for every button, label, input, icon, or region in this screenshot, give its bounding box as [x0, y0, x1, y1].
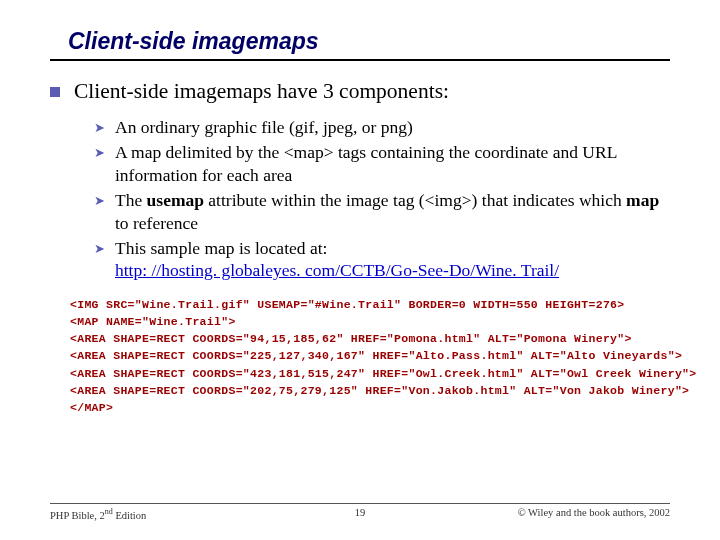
code-line: <IMG SRC="Wine.Trail.gif" USEMAP="#Wine.…: [70, 296, 670, 313]
level1-item: Client-side imagemaps have 3 components:: [50, 79, 670, 104]
slide-title: Client-side imagemaps: [50, 28, 670, 61]
code-line: <MAP NAME="Wine.Trail">: [70, 313, 670, 330]
item-text: This sample map is located at: http: //h…: [115, 237, 559, 282]
list-item: ➤ An ordinary graphic file (gif, jpeg, o…: [94, 116, 670, 138]
code-sample: <IMG SRC="Wine.Trail.gif" USEMAP="#Wine.…: [70, 296, 670, 417]
sample-map-link[interactable]: http: //hosting. globaleyes. com/CCTB/Go…: [115, 260, 559, 280]
code-line: </MAP>: [70, 399, 670, 416]
item-text: A map delimited by the <map> tags contai…: [115, 141, 670, 186]
code-line: <AREA SHAPE=RECT COORDS="202,75,279,125"…: [70, 382, 670, 399]
list-item: ➤ The usemap attribute within the image …: [94, 189, 670, 234]
level2-list: ➤ An ordinary graphic file (gif, jpeg, o…: [94, 116, 670, 282]
list-item: ➤ This sample map is located at: http: /…: [94, 237, 670, 282]
intro-text: Client-side imagemaps have 3 components:: [74, 79, 449, 104]
item-text: The usemap attribute within the image ta…: [115, 189, 670, 234]
item-text: An ordinary graphic file (gif, jpeg, or …: [115, 116, 413, 138]
chevron-icon: ➤: [94, 241, 105, 256]
list-item: ➤ A map delimited by the <map> tags cont…: [94, 141, 670, 186]
code-line: <AREA SHAPE=RECT COORDS="94,15,185,62" H…: [70, 330, 670, 347]
chevron-icon: ➤: [94, 145, 105, 160]
code-line: <AREA SHAPE=RECT COORDS="225,127,340,167…: [70, 347, 670, 364]
page-number: 19: [50, 507, 670, 518]
code-line: <AREA SHAPE=RECT COORDS="423,181,515,247…: [70, 365, 670, 382]
chevron-icon: ➤: [94, 193, 105, 208]
slide-footer: PHP Bible, 2nd Edition 19 © Wiley and th…: [50, 503, 670, 521]
square-bullet-icon: [50, 87, 60, 97]
chevron-icon: ➤: [94, 120, 105, 135]
